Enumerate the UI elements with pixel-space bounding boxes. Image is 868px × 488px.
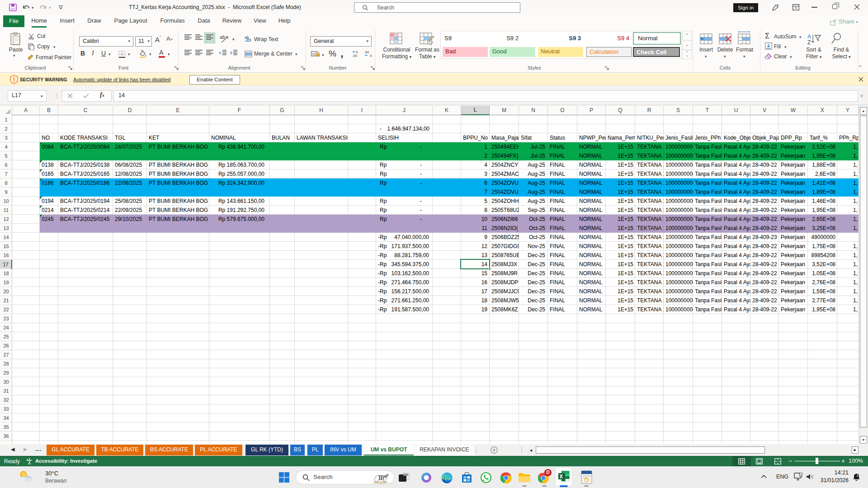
svg-text:A: A (807, 33, 811, 40)
svg-text:.00: .00 (364, 50, 369, 54)
svg-text:0: 0 (370, 54, 372, 58)
svg-text:z: z (858, 474, 859, 476)
svg-text:Z: Z (807, 39, 811, 45)
svg-text:ab: ab (220, 34, 225, 40)
svg-text:.00: .00 (352, 54, 358, 58)
